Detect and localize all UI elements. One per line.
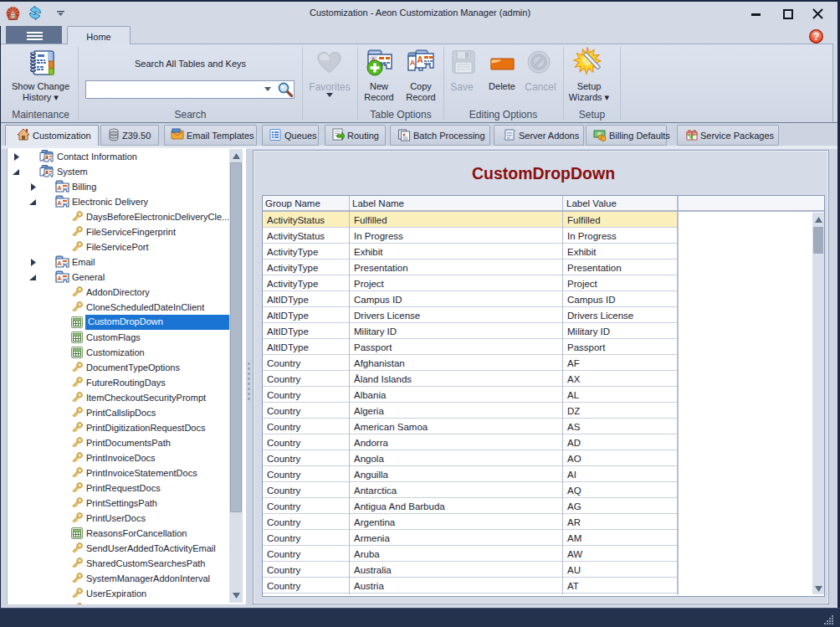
svg-text:A: A xyxy=(57,260,62,267)
svg-text:A: A xyxy=(57,184,62,192)
svg-text:A: A xyxy=(57,199,62,207)
svg-text:A: A xyxy=(57,275,62,282)
